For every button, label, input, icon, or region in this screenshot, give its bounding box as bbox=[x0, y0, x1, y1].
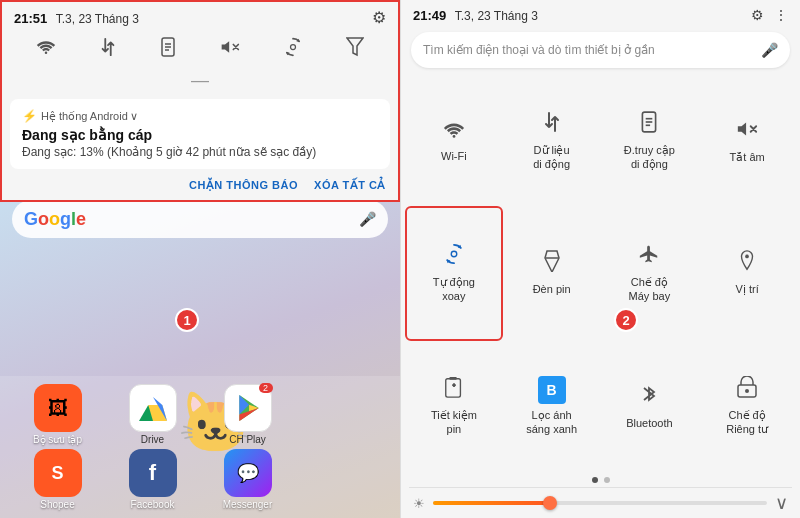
tile-mute[interactable]: Tắt âm bbox=[698, 76, 796, 206]
google-logo: Google bbox=[24, 209, 86, 230]
status-bar-left: 21:51 T.3, 23 Tháng 3 ⚙ bbox=[2, 2, 398, 31]
location-icon-right bbox=[738, 250, 756, 278]
app-icon-bst: 🖼 bbox=[34, 384, 82, 432]
tile-label-wifi: Wi-Fi bbox=[441, 149, 467, 163]
bolt-icon: ⚡ bbox=[22, 109, 37, 123]
app-chplay[interactable]: 2 CH Play bbox=[202, 384, 293, 445]
more-icon-right[interactable]: ⋮ bbox=[774, 7, 788, 23]
svg-point-0 bbox=[44, 52, 47, 55]
blue-light-icon-right: B bbox=[538, 376, 566, 404]
tile-label-bluetooth: Bluetooth bbox=[626, 416, 672, 430]
app-label-bst: Bộ sưu tập bbox=[33, 434, 82, 445]
hotspot-icon-right bbox=[640, 111, 658, 139]
search-bar[interactable]: Tìm kiếm điện thoại và dò tìm thiết bị ở… bbox=[411, 32, 790, 68]
app-label-drive: Drive bbox=[141, 434, 164, 445]
rotate-icon-right bbox=[443, 243, 465, 271]
notif-header: ⚡ Hệ thống Android ∨ bbox=[22, 109, 378, 123]
brightness-icon: ☀ bbox=[413, 496, 425, 511]
badge-chplay: 2 bbox=[259, 383, 273, 393]
brightness-fill bbox=[433, 501, 550, 505]
tile-wifi[interactable]: Wi-Fi bbox=[405, 76, 503, 206]
step-badge-2: 2 bbox=[614, 308, 638, 332]
mic-icon-home[interactable]: 🎤 bbox=[359, 211, 376, 227]
tile-rotate[interactable]: Tự độngxoay bbox=[405, 206, 503, 340]
tile-label-rotate: Tự độngxoay bbox=[433, 275, 475, 304]
status-icons-right: ⚙ ⋮ bbox=[751, 7, 788, 23]
file-icon-left[interactable] bbox=[160, 37, 176, 62]
svg-point-20 bbox=[451, 251, 457, 257]
tile-label-mute: Tắt âm bbox=[730, 150, 765, 164]
brightness-thumb[interactable] bbox=[543, 496, 557, 510]
collapse-button[interactable]: ∨ bbox=[775, 492, 788, 514]
tile-label-airplane: Chế độMáy bay bbox=[629, 275, 671, 304]
date-right: T.3, 23 Tháng 3 bbox=[455, 9, 538, 23]
time-left: 21:51 bbox=[14, 11, 47, 26]
notif-body: Đang sạc: 13% (Khoảng 5 giờ 42 phút nữa … bbox=[22, 145, 378, 159]
transfer-icon-left[interactable] bbox=[99, 37, 117, 62]
app-messenger[interactable]: 💬 Messenger bbox=[202, 449, 293, 510]
app-label-messenger: Messenger bbox=[223, 499, 272, 510]
dot-1 bbox=[592, 477, 598, 483]
app-label-shopee: Shopee bbox=[40, 499, 74, 510]
notification-shade: 21:51 T.3, 23 Tháng 3 ⚙ bbox=[0, 0, 400, 202]
tile-label-data: Dữ liệudi động bbox=[533, 143, 570, 172]
mute-icon-right bbox=[736, 118, 758, 146]
bluetooth-icon-right bbox=[641, 382, 657, 412]
rotate-icon-left[interactable] bbox=[283, 37, 303, 62]
filter-icon-left[interactable] bbox=[346, 37, 364, 62]
tile-private[interactable]: Chế độRiêng tư bbox=[698, 341, 796, 471]
data-icon-right bbox=[543, 111, 561, 139]
private-icon-right bbox=[737, 376, 757, 404]
app-icon-8 bbox=[319, 449, 367, 497]
quick-icons-left bbox=[2, 31, 398, 68]
app-facebook[interactable]: f Facebook bbox=[107, 449, 198, 510]
time-right: 21:49 bbox=[413, 8, 446, 23]
tile-blue-light[interactable]: B Lọc ánhsáng xanh bbox=[503, 341, 601, 471]
tile-label-blue-light: Lọc ánhsáng xanh bbox=[526, 408, 577, 437]
tile-label-flashlight: Đèn pin bbox=[533, 282, 571, 296]
google-search-bar[interactable]: Google 🎤 bbox=[12, 200, 388, 238]
app-icon-drive bbox=[129, 384, 177, 432]
tile-location[interactable]: Vị trí bbox=[698, 206, 796, 340]
search-placeholder: Tìm kiếm điện thoại và dò tìm thiết bị ở… bbox=[423, 43, 761, 57]
brightness-track[interactable] bbox=[433, 501, 767, 505]
status-left-info: 21:51 T.3, 23 Tháng 3 bbox=[14, 9, 139, 27]
mute-icon-left[interactable] bbox=[220, 37, 240, 62]
tile-bluetooth[interactable]: Bluetooth bbox=[601, 341, 699, 471]
app-icon-shopee: S bbox=[34, 449, 82, 497]
svg-rect-24 bbox=[446, 378, 461, 396]
block-notif-button[interactable]: CHẶN THÔNG BÁO bbox=[189, 179, 298, 192]
quick-tiles: Wi-Fi Dữ liệudi động Đ.truy cậpdi động T… bbox=[401, 74, 800, 473]
notification-item: ⚡ Hệ thống Android ∨ Đang sạc bằng cáp Đ… bbox=[10, 99, 390, 169]
gear-icon-left[interactable]: ⚙ bbox=[372, 8, 386, 27]
notif-title: Đang sạc bằng cáp bbox=[22, 127, 378, 143]
notif-source: Hệ thống Android bbox=[41, 110, 128, 123]
gear-icon-right[interactable]: ⚙ bbox=[751, 7, 764, 23]
home-screen: Google 🎤 🐱 🖼 Bộ sưu tập Driv bbox=[0, 190, 400, 518]
notif-arrow[interactable]: ∨ bbox=[130, 110, 138, 123]
wifi-icon-left[interactable] bbox=[36, 39, 56, 60]
app-8 bbox=[297, 449, 388, 510]
app-icon-messenger: 💬 bbox=[224, 449, 272, 497]
tile-battery-saver[interactable]: Tiết kiệmpin bbox=[405, 341, 503, 471]
app-label-chplay: CH Play bbox=[229, 434, 266, 445]
clear-all-button[interactable]: XÓA TẤT CẢ bbox=[314, 179, 386, 192]
tile-label-hotspot: Đ.truy cậpdi động bbox=[624, 143, 675, 172]
right-panel: 21:49 T.3, 23 Tháng 3 ⚙ ⋮ Tìm kiếm điện … bbox=[400, 0, 800, 518]
app-4 bbox=[297, 384, 388, 445]
tile-label-private: Chế độRiêng tư bbox=[726, 408, 768, 437]
svg-marker-6 bbox=[347, 38, 363, 55]
app-drive[interactable]: Drive bbox=[107, 384, 198, 445]
tile-data[interactable]: Dữ liệudi động bbox=[503, 76, 601, 206]
tile-hotspot[interactable]: Đ.truy cậpdi động bbox=[601, 76, 699, 206]
app-label-facebook: Facebook bbox=[131, 499, 175, 510]
airplane-icon-right bbox=[638, 243, 660, 271]
brightness-bar: ☀ ∨ bbox=[401, 488, 800, 518]
app-bst[interactable]: 🖼 Bộ sưu tập bbox=[12, 384, 103, 445]
mic-icon-right[interactable]: 🎤 bbox=[761, 42, 778, 58]
tile-flashlight[interactable]: Đèn pin bbox=[503, 206, 601, 340]
step-badge-1: 1 bbox=[175, 308, 199, 332]
app-shopee[interactable]: S Shopee bbox=[12, 449, 103, 510]
left-panel: 21:51 T.3, 23 Tháng 3 ⚙ bbox=[0, 0, 400, 518]
tile-label-location: Vị trí bbox=[736, 282, 759, 296]
